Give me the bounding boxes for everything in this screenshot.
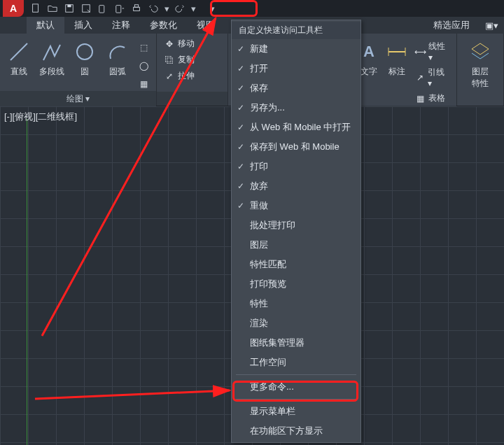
ribbon-minimize-icon[interactable]: ▣▾ xyxy=(479,17,504,34)
menu-item-16[interactable]: 工作空间 xyxy=(232,353,360,372)
dimension-label: 标注 xyxy=(388,66,405,78)
svg-line-8 xyxy=(10,43,27,60)
menu-item-8[interactable]: 重做 xyxy=(232,196,360,216)
redo-icon[interactable] xyxy=(174,2,186,15)
svg-rect-7 xyxy=(134,5,138,8)
arc-button[interactable]: 圆弧 xyxy=(102,36,132,78)
svg-rect-4 xyxy=(99,6,104,13)
svg-rect-2 xyxy=(67,5,71,8)
copy-icon: ⿻ xyxy=(164,55,175,66)
tab-insert[interactable]: 插入 xyxy=(64,17,102,34)
copy-label: 复制 xyxy=(178,54,195,66)
draw-more-3[interactable]: ▦ xyxy=(135,77,152,91)
menu-item-14[interactable]: 渲染 xyxy=(232,313,360,333)
line-label: 直线 xyxy=(10,66,27,78)
circle-icon xyxy=(74,41,96,63)
menu-item-10[interactable]: 图层 xyxy=(232,235,360,255)
layers-label: 图层 特性 xyxy=(472,66,489,90)
linear-button[interactable]: ⟷线性 ▾ xyxy=(412,39,452,64)
menu-header: 自定义快速访问工具栏 xyxy=(232,22,360,39)
arc-icon xyxy=(106,41,129,63)
undo-dropdown-icon[interactable]: ▾ xyxy=(164,2,169,15)
print-icon[interactable] xyxy=(130,2,143,15)
menu-item-12[interactable]: 打印预览 xyxy=(232,274,360,294)
quick-access-toolbar: ▾ ▾ ▾ xyxy=(29,2,218,15)
menu-separator xyxy=(236,374,356,375)
rect-icon: ⬚ xyxy=(138,42,149,53)
tab-annotate[interactable]: 注释 xyxy=(102,17,140,34)
move-icon: ✥ xyxy=(164,38,175,50)
line-icon xyxy=(8,41,30,63)
menu-item-1[interactable]: 打开 xyxy=(232,59,360,78)
move-label: 移动 xyxy=(178,38,195,50)
table-button[interactable]: ▦表格 xyxy=(412,91,452,106)
draw-more-1[interactable]: ⬚ xyxy=(135,41,152,55)
menu-item-0[interactable]: 新建 xyxy=(232,39,360,59)
tab-view[interactable]: 视图 xyxy=(187,17,225,34)
tab-default[interactable]: 默认 xyxy=(27,17,64,34)
table-icon: ▦ xyxy=(414,93,426,104)
menu-item-13[interactable]: 特性 xyxy=(232,294,360,313)
menu-item-5[interactable]: 保存到 Web 和 Mobile xyxy=(232,137,360,157)
tab-parametric[interactable]: 参数化 xyxy=(140,17,187,34)
save-as-icon[interactable] xyxy=(80,2,92,15)
dimension-button[interactable]: 标注 xyxy=(384,36,410,78)
svg-rect-6 xyxy=(134,7,140,10)
svg-rect-0 xyxy=(33,4,38,12)
table-label: 表格 xyxy=(428,92,445,104)
circle-button[interactable]: 圆 xyxy=(70,36,100,78)
text-label: 文字 xyxy=(360,66,377,78)
open-icon[interactable] xyxy=(46,2,59,15)
svg-point-9 xyxy=(77,44,92,59)
menu-item-11[interactable]: 特性匹配 xyxy=(232,255,360,274)
menu-item-7[interactable]: 放弃 xyxy=(232,176,360,196)
menu-item-3[interactable]: 另存为... xyxy=(232,98,360,118)
panel-modify: ✥移动 ⿻复制 ⤢拉伸 xyxy=(157,34,228,106)
panel-annotation: A 文字 标注 ⟷线性 ▾ ↗引线 ▾ ▦表格 注释 ▾ xyxy=(352,34,457,106)
cloud-save-icon[interactable] xyxy=(113,2,126,15)
ellipse-icon: ◯ xyxy=(138,60,149,71)
circle-label: 圆 xyxy=(80,66,89,78)
undo-icon[interactable] xyxy=(147,2,160,15)
annotation-highlight-menuitem xyxy=(232,381,358,402)
line-button[interactable]: 直线 xyxy=(4,36,34,78)
stretch-label: 拉伸 xyxy=(178,70,195,82)
leader-button[interactable]: ↗引线 ▾ xyxy=(412,65,452,90)
hatch-icon: ▦ xyxy=(138,78,149,90)
menu-item-4[interactable]: 从 Web 和 Mobile 中打开 xyxy=(232,118,360,137)
annotation-highlight-top xyxy=(210,0,258,17)
linear-icon: ⟷ xyxy=(414,46,426,57)
app-logo[interactable]: A xyxy=(3,0,24,17)
polyline-label: 多段线 xyxy=(39,66,64,78)
draw-more-2[interactable]: ◯ xyxy=(135,59,152,73)
stretch-button[interactable]: ⤢拉伸 xyxy=(161,69,197,83)
linear-label: 线性 ▾ xyxy=(428,41,449,62)
menu-show-menubar[interactable]: 显示菜单栏 xyxy=(232,402,360,421)
leader-icon: ↗ xyxy=(414,72,425,83)
polyline-button[interactable]: 多段线 xyxy=(37,36,67,78)
stretch-icon: ⤢ xyxy=(164,71,175,82)
move-button[interactable]: ✥移动 xyxy=(161,36,197,51)
menu-item-15[interactable]: 图纸集管理器 xyxy=(232,333,360,353)
panel-modify-title[interactable] xyxy=(157,92,227,106)
menu-item-6[interactable]: 打印 xyxy=(232,157,360,176)
qat-customize-menu: 自定义快速访问工具栏 新建打开保存另存为...从 Web 和 Mobile 中打… xyxy=(231,20,361,443)
save-icon[interactable] xyxy=(63,2,76,15)
menu-item-2[interactable]: 保存 xyxy=(232,78,360,98)
menu-item-9[interactable]: 批处理打印 xyxy=(232,216,360,235)
layers-icon xyxy=(469,41,491,63)
redo-dropdown-icon[interactable]: ▾ xyxy=(190,2,196,15)
layer-properties-button[interactable]: 图层 特性 xyxy=(461,36,499,90)
dimension-icon xyxy=(386,41,408,63)
cloud-open-icon[interactable] xyxy=(97,2,109,15)
menu-show-below-ribbon[interactable]: 在功能区下方显示 xyxy=(232,421,360,441)
new-icon[interactable] xyxy=(29,2,42,15)
polyline-icon xyxy=(41,41,63,63)
y-axis xyxy=(27,119,27,445)
panel-draw-title[interactable]: 绘图 ▾ xyxy=(0,91,156,107)
svg-rect-5 xyxy=(116,6,121,13)
copy-button[interactable]: ⿻复制 xyxy=(161,52,197,67)
arc-label: 圆弧 xyxy=(109,66,126,78)
view-label[interactable]: [-][俯视][二维线框] xyxy=(4,111,77,123)
tab-featured-apps[interactable]: 精选应用 xyxy=(424,17,479,34)
